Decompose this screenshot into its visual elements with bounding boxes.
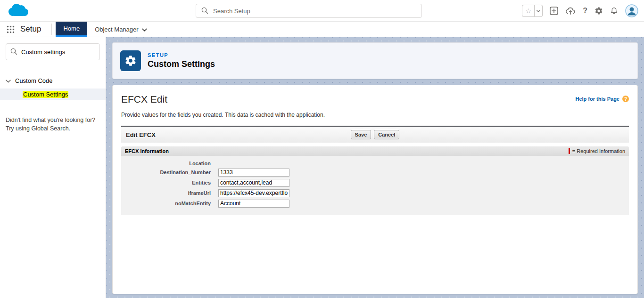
setup-nav-bar: Setup Home Object Manager	[0, 22, 644, 37]
help-for-page: Help for this Page ?	[575, 96, 629, 102]
tree-node-custom-code[interactable]: Custom Code	[0, 74, 106, 87]
main-content-area: SETUP Custom Settings EFCX Edit Help for…	[106, 37, 644, 298]
notifications-bell-icon[interactable]	[610, 7, 618, 15]
required-marker-icon	[569, 148, 570, 154]
setup-app-label: Setup	[20, 22, 51, 37]
info-section-title: EFCX Information	[125, 148, 169, 154]
setup-eyebrow: SETUP	[148, 52, 215, 58]
header-actions: ☆ ?	[522, 0, 638, 22]
save-button[interactable]: Save	[351, 130, 372, 139]
cloud-upload-icon[interactable]	[565, 7, 576, 15]
global-search-input[interactable]	[196, 4, 422, 18]
field-row-destination-number: Destination_Number	[121, 167, 629, 177]
page-description: Provide values for the fields you create…	[121, 112, 629, 118]
iframeurl-input[interactable]	[218, 189, 289, 197]
add-icon[interactable]	[550, 7, 558, 15]
field-row-location: Location	[121, 159, 629, 167]
cancel-button[interactable]: Cancel	[374, 130, 399, 139]
tree-item-custom-settings[interactable]: Custom Settings	[0, 89, 106, 100]
page-header-text: SETUP Custom Settings	[148, 52, 215, 69]
help-for-page-link[interactable]: Help for this Page	[575, 96, 619, 102]
edit-section-header: Edit EFCX Save Cancel	[121, 126, 629, 143]
destination-number-input[interactable]	[218, 169, 289, 177]
nav-divider	[51, 24, 52, 35]
favorites-control: ☆	[522, 5, 543, 17]
gear-icon[interactable]	[594, 7, 603, 15]
field-label: Destination_Number	[121, 169, 218, 175]
salesforce-logo	[7, 2, 31, 19]
field-label: noMatchEntity	[121, 201, 218, 206]
page-title: Custom Settings	[148, 59, 215, 69]
required-legend: = Required Information	[569, 148, 625, 154]
quick-find-input[interactable]	[6, 43, 100, 60]
tab-object-manager[interactable]: Object Manager	[87, 22, 155, 37]
app-launcher-icon[interactable]	[0, 22, 20, 37]
help-icon[interactable]: ?	[583, 7, 587, 15]
chevron-down-icon	[142, 26, 147, 33]
setup-sidebar: Custom Code Custom Settings Didn't find …	[0, 37, 106, 298]
quick-find	[6, 43, 100, 60]
efcx-information-form: Location Destination_Number Entities ifr…	[121, 156, 629, 215]
user-avatar[interactable]	[625, 4, 638, 17]
sidebar-hint-line2: Try using Global Search.	[6, 124, 100, 133]
setup-tree: Custom Code Custom Settings	[0, 74, 106, 100]
setup-tabs: Home Object Manager	[56, 22, 154, 37]
global-header: ☆ ?	[0, 0, 644, 22]
page-body: Custom Code Custom Settings Didn't find …	[0, 37, 644, 298]
edit-section-title: Edit EFCX	[126, 131, 156, 138]
sidebar-hint: Didn't find what you're looking for? Try…	[6, 116, 100, 133]
edit-page-title: EFCX Edit	[121, 94, 167, 105]
tab-home[interactable]: Home	[56, 22, 87, 37]
tab-object-manager-label: Object Manager	[95, 26, 139, 33]
entities-input[interactable]	[218, 179, 289, 187]
sidebar-hint-line1: Didn't find what you're looking for?	[6, 116, 100, 124]
required-legend-text: = Required Information	[572, 148, 625, 154]
field-label: iframeUrl	[121, 190, 218, 196]
favorites-star-icon[interactable]: ☆	[522, 5, 535, 17]
tree-node-label: Custom Code	[15, 77, 52, 84]
search-icon	[10, 48, 17, 57]
field-label: Location	[121, 161, 218, 166]
chevron-down-icon	[6, 77, 11, 84]
favorites-dropdown-icon[interactable]	[535, 5, 543, 17]
nomatchentity-input[interactable]	[218, 200, 289, 208]
card-top-row: EFCX Edit Help for this Page ?	[121, 94, 629, 105]
global-search	[196, 4, 422, 18]
custom-settings-gear-icon	[120, 50, 141, 71]
salesforce-setup-page: ☆ ?	[0, 0, 644, 298]
search-match-highlight: Custom Settings	[23, 91, 68, 98]
info-section-bar: EFCX Information = Required Information	[121, 146, 629, 156]
help-badge-icon[interactable]: ?	[622, 96, 629, 102]
search-icon	[201, 7, 208, 16]
field-row-entities: Entities	[121, 177, 629, 188]
efcx-edit-card: EFCX Edit Help for this Page ? Provide v…	[112, 85, 638, 294]
setup-page-header: SETUP Custom Settings	[112, 42, 638, 79]
field-row-nomatchentity: noMatchEntity	[121, 198, 629, 209]
field-row-iframeurl: iframeUrl	[121, 188, 629, 198]
field-label: Entities	[121, 180, 218, 185]
